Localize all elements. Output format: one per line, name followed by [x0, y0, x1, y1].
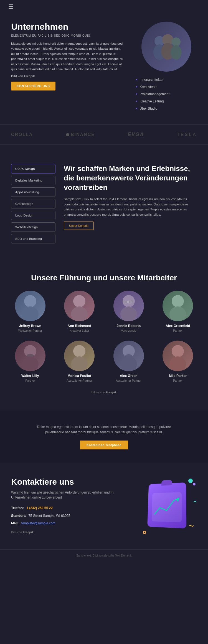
member-name-monica: Monica Pouliot [68, 374, 91, 378]
team-member-walter: Walter Lilly Partner [8, 341, 52, 382]
svg-point-20 [22, 356, 39, 371]
member-name-jeffrey: Jeffrey Brown [19, 324, 41, 328]
nav-item[interactable]: Projektmanagement [136, 92, 197, 97]
deco-circle-2 [193, 483, 196, 485]
svg-point-25 [120, 356, 137, 371]
team-grid-row2: Walter Lilly Partner Monica Pouliot Asso… [8, 341, 200, 382]
svg-point-16 [172, 295, 184, 307]
member-name-mila: Mila Parker [169, 374, 187, 378]
menu-icon[interactable]: ☰ [8, 4, 13, 10]
team-title: Unsere Führung und unsere Mitarbeiter [8, 273, 200, 282]
svg-point-21 [73, 345, 85, 357]
svg-point-7 [24, 295, 36, 307]
footer-text: Sample text. Click to select the Text El… [8, 554, 200, 557]
team-bild-credit: Bilder von Freepik [8, 391, 200, 394]
svg-point-4 [172, 37, 181, 46]
service-btn-app[interactable]: App-Entwicklung [11, 187, 55, 197]
svg-point-26 [172, 345, 184, 357]
nav-item[interactable]: Über Studio [136, 106, 197, 111]
footer: Sample text. Click to select the Text El… [0, 549, 208, 562]
brand-crolla: CROLLA [11, 132, 33, 137]
team-member-monica: Monica Pouliot Assoziierter Partner [58, 341, 102, 382]
team-member-ann: Ann Richmond Kreativer Leiter [58, 291, 102, 332]
contact-bild-credit: Bild von Freepik [11, 530, 130, 534]
telefon-value: 1 (232) 252 55 22 [26, 506, 53, 510]
contact-left: Kontaktiere uns Wir sind hier, um alle g… [11, 477, 130, 534]
standort-label: Standort: [11, 514, 26, 518]
avatar-jeffrey [15, 291, 45, 321]
member-role-walter: Partner [26, 379, 35, 382]
unternehmen-subtitle: ELEMENTUM EU FACILISIS SED ODIO MORBI QU… [11, 34, 125, 37]
unternehmen-body: Massa ultrices mi quis hendrerit dolor m… [11, 41, 125, 72]
nav-item[interactable]: Kreativteam [136, 84, 197, 89]
member-name-jennie: Jennie Roberts [116, 324, 141, 328]
contact-desc: Wir sind hier, um alle geschäftlichen An… [11, 490, 130, 500]
avatar-jennie [113, 291, 144, 321]
svg-point-5 [171, 45, 182, 60]
brands-section: CROLLA BINANCE EVGA TESLA [0, 124, 208, 145]
contact-telefon: Telefon: 1 (232) 252 55 22 [11, 505, 130, 511]
team-bild-source: Freepik [106, 391, 116, 394]
service-btn-logo[interactable]: Logo-Design [11, 211, 55, 220]
section-services: UI/UX-Design Digitales Marketing App-Ent… [0, 153, 208, 257]
member-name-ann: Ann Richmond [68, 324, 91, 328]
telefon-label: Telefon: [11, 506, 24, 510]
member-role-ann: Kreativer Leiter [70, 329, 89, 332]
clipboard-chart-bg [152, 492, 182, 522]
deco-circle-1 [188, 479, 193, 483]
nav-item[interactable]: Innenarchitektur [136, 77, 197, 82]
deco-circle-3 [143, 531, 146, 534]
svg-marker-28 [176, 498, 179, 502]
header: ☰ [0, 0, 208, 13]
svg-point-12 [120, 306, 137, 321]
kontaktiere-uns-button[interactable]: KONTAKTIERE UNS [11, 82, 55, 90]
service-btn-uiux[interactable]: UI/UX-Design [11, 164, 55, 173]
services-buttons: UI/UX-Design Digitales Marketing App-Ent… [11, 164, 55, 246]
team-member-alex-g: Alex Greenfield Partner [156, 291, 200, 332]
member-name-walter: Walter Lilly [21, 374, 39, 378]
unternehmen-bild: Bild von Freepik [11, 74, 125, 78]
team-grid-row1: Jeffrey Brown Weltweiter Partner Ann Ric… [8, 291, 200, 332]
services-heading: Wir schaffen Marken und Erlebnisse, die … [64, 164, 197, 192]
service-btn-website[interactable]: Website-Design [11, 222, 55, 232]
cta-button[interactable]: Kostenlose Testphase [80, 441, 128, 449]
avatar-walter [15, 341, 45, 371]
team-member-jennie: Jennie Roberts Vorsitzende [107, 291, 151, 332]
clipboard-body [147, 482, 186, 529]
brand-binance: BINANCE [66, 132, 95, 137]
unternehmen-right: Innenarchitektur Kreativteam Projektmana… [136, 22, 197, 113]
svg-point-17 [169, 306, 186, 321]
deco-dots: •• [194, 499, 196, 504]
team-member-jeffrey: Jeffrey Brown Weltweiter Partner [8, 291, 52, 332]
service-btn-seo[interactable]: SEO und Branding [11, 234, 55, 243]
svg-point-27 [169, 356, 186, 371]
member-role-jennie: Vorsitzende [121, 329, 136, 332]
avatar-alex-g [163, 291, 193, 321]
mail-value[interactable]: template@sample.com [21, 521, 55, 525]
svg-marker-6 [66, 133, 69, 136]
svg-point-10 [71, 306, 88, 321]
contact-bild-source: Freepik [23, 530, 34, 534]
member-role-mila: Partner [173, 379, 182, 382]
service-btn-grafik[interactable]: Grafikdesign [11, 199, 55, 208]
clipboard-clip [161, 480, 172, 486]
avatar-alex-green [113, 341, 144, 371]
member-role-alex-g: Partner [173, 329, 182, 332]
nav-item[interactable]: Kreative Leitung [136, 99, 197, 104]
contact-title: Kontaktiere uns [11, 477, 130, 487]
service-btn-marketing[interactable]: Digitales Marketing [11, 176, 55, 185]
member-role-jeffrey: Weltweiter Partner [18, 329, 42, 332]
section-contact: Kontaktiere uns Wir sind hier, um alle g… [0, 466, 208, 549]
team-member-alex-green: Alex Green Assoziierter Partner [107, 341, 151, 382]
contact-standort: Standort: 75 Street Sample, WI 63025 [11, 513, 130, 519]
unternehmen-left: Unternehmen ELEMENTUM EU FACILISIS SED O… [11, 22, 125, 90]
team-member-mila: Mila Parker Partner [156, 341, 200, 382]
services-body: Sample text. Click to select the Text El… [64, 197, 197, 217]
services-content: Wir schaffen Marken und Erlebnisse, die … [64, 164, 197, 246]
contact-mail: Mail: template@sample.com [11, 521, 130, 526]
unser-kontakt-button[interactable]: Unser Kontakt [64, 222, 94, 230]
avatar-monica [64, 341, 95, 371]
contact-illustration: 〜 •• [141, 477, 197, 538]
contact-right: 〜 •• [141, 477, 197, 538]
section-team: Unsere Führung und unsere Mitarbeiter Je… [0, 262, 208, 405]
